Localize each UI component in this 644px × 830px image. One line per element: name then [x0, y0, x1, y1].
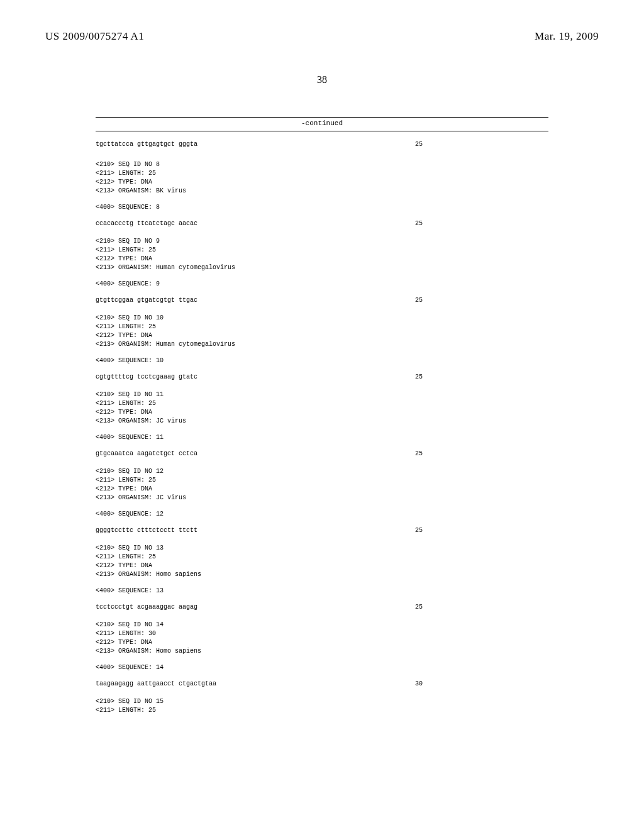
sequence-text: tgcttatcca gttgagtgct gggta — [96, 140, 197, 149]
sequence-text: ccacaccctg ttcatctagc aacac — [96, 219, 197, 228]
sequence-row: ggggtccttc ctttctcctt ttctt 25 — [96, 526, 548, 535]
seq-type-line: <212> TYPE: DNA — [96, 638, 548, 647]
sequence-text: gtgttcggaa gtgatcgtgt ttgac — [96, 296, 197, 305]
seq-organism-line: <213> ORGANISM: JC virus — [96, 417, 548, 426]
sequence-row: gtgcaaatca aagatctgct cctca 25 — [96, 450, 548, 458]
seq-organism-line: <213> ORGANISM: Homo sapiens — [96, 647, 548, 656]
seq-id-line: <210> SEQ ID NO 11 — [96, 390, 548, 399]
seq-length-line: <211> LENGTH: 25 — [96, 476, 548, 485]
seq-length-line: <211> LENGTH: 30 — [96, 629, 548, 638]
seq-length-line: <211> LENGTH: 25 — [96, 323, 548, 331]
seq-id-line: <210> SEQ ID NO 13 — [96, 544, 548, 553]
seq-organism-line: <213> ORGANISM: Homo sapiens — [96, 570, 548, 579]
sequence-row: tcctccctgt acgaaaggac aagag 25 — [96, 603, 548, 612]
seq-id-line: <210> SEQ ID NO 8 — [96, 160, 548, 169]
seq-organism-line: <213> ORGANISM: Human cytomegalovirus — [96, 263, 548, 272]
seq-number-label: <400> SEQUENCE: 14 — [96, 663, 548, 672]
sequence-listing: -continued tgcttatcca gttgagtgct gggta 2… — [96, 117, 548, 715]
sequence-text: cgtgttttcg tcctcgaaag gtatc — [96, 373, 197, 382]
seq-type-line: <212> TYPE: DNA — [96, 331, 548, 340]
seq-number-label: <400> SEQUENCE: 9 — [96, 280, 548, 289]
sequence-block: <210> SEQ ID NO 9 <211> LENGTH: 25 <212>… — [96, 237, 548, 305]
seq-number-label: <400> SEQUENCE: 12 — [96, 510, 548, 519]
seq-number-label: <400> SEQUENCE: 13 — [96, 587, 548, 595]
sequence-length: 25 — [415, 140, 548, 149]
seq-type-line: <212> TYPE: DNA — [96, 408, 548, 417]
publication-date: Mar. 19, 2009 — [535, 30, 599, 43]
seq-organism-line: <213> ORGANISM: JC virus — [96, 494, 548, 502]
seq-type-line: <212> TYPE: DNA — [96, 562, 548, 570]
sequence-block: <210> SEQ ID NO 10 <211> LENGTH: 25 <212… — [96, 314, 548, 382]
seq-length-line: <211> LENGTH: 25 — [96, 706, 548, 715]
sequence-block: <210> SEQ ID NO 12 <211> LENGTH: 25 <212… — [96, 467, 548, 535]
seq-id-line: <210> SEQ ID NO 14 — [96, 621, 548, 629]
sequence-length: 25 — [415, 219, 548, 228]
sequence-length: 25 — [415, 526, 548, 535]
seq-length-line: <211> LENGTH: 25 — [96, 246, 548, 255]
continued-label: -continued — [301, 119, 343, 127]
sequence-row: gtgttcggaa gtgatcgtgt ttgac 25 — [96, 296, 548, 305]
seq-number-label: <400> SEQUENCE: 11 — [96, 433, 548, 442]
sequence-block-partial: <210> SEQ ID NO 15 <211> LENGTH: 25 — [96, 697, 548, 715]
sequence-text: tcctccctgt acgaaaggac aagag — [96, 603, 197, 612]
seq-number-label: <400> SEQUENCE: 10 — [96, 357, 548, 365]
seq-type-line: <212> TYPE: DNA — [96, 485, 548, 494]
sequence-length: 25 — [415, 450, 548, 458]
seq-number-label: <400> SEQUENCE: 8 — [96, 203, 548, 212]
publication-number: US 2009/0075274 A1 — [45, 30, 144, 43]
seq-type-line: <212> TYPE: DNA — [96, 178, 548, 187]
sequence-row: tgcttatcca gttgagtgct gggta 25 — [96, 140, 548, 149]
sequence-length: 30 — [415, 680, 548, 689]
sequence-text: taagaagagg aattgaacct ctgactgtaa — [96, 680, 216, 689]
seq-id-line: <210> SEQ ID NO 10 — [96, 314, 548, 323]
seq-length-line: <211> LENGTH: 25 — [96, 553, 548, 562]
sequence-block: <210> SEQ ID NO 11 <211> LENGTH: 25 <212… — [96, 390, 548, 458]
sequence-row: cgtgttttcg tcctcgaaag gtatc 25 — [96, 373, 548, 382]
page-header: US 2009/0075274 A1 Mar. 19, 2009 — [0, 0, 644, 43]
seq-type-line: <212> TYPE: DNA — [96, 255, 548, 263]
sequence-row: taagaagagg aattgaacct ctgactgtaa 30 — [96, 680, 548, 689]
seq-length-line: <211> LENGTH: 25 — [96, 169, 548, 178]
seq-organism-line: <213> ORGANISM: Human cytomegalovirus — [96, 340, 548, 349]
seq-organism-line: <213> ORGANISM: BK virus — [96, 187, 548, 196]
seq-id-line: <210> SEQ ID NO 15 — [96, 697, 548, 706]
sequence-block: <210> SEQ ID NO 14 <211> LENGTH: 30 <212… — [96, 621, 548, 689]
page-number: 38 — [0, 74, 644, 86]
seq-length-line: <211> LENGTH: 25 — [96, 399, 548, 408]
seq-id-line: <210> SEQ ID NO 9 — [96, 237, 548, 246]
sequence-length: 25 — [415, 373, 548, 382]
continued-banner: -continued — [96, 117, 548, 131]
sequence-length: 25 — [415, 603, 548, 612]
seq-id-line: <210> SEQ ID NO 12 — [96, 467, 548, 476]
sequence-row: ccacaccctg ttcatctagc aacac 25 — [96, 219, 548, 228]
sequence-block: <210> SEQ ID NO 8 <211> LENGTH: 25 <212>… — [96, 160, 548, 228]
sequence-text: ggggtccttc ctttctcctt ttctt — [96, 526, 197, 535]
sequence-block: <210> SEQ ID NO 13 <211> LENGTH: 25 <212… — [96, 544, 548, 612]
sequence-text: gtgcaaatca aagatctgct cctca — [96, 450, 197, 458]
sequence-length: 25 — [415, 296, 548, 305]
